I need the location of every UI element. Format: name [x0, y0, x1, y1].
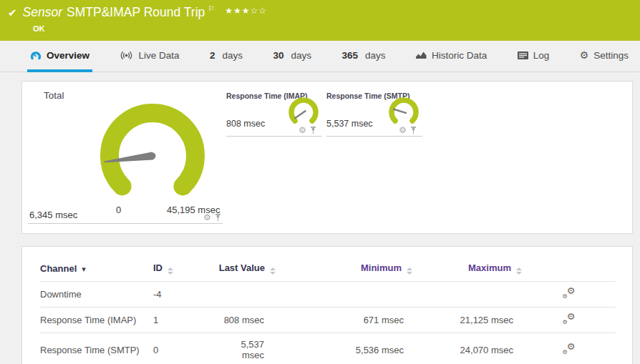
imap-block-divider	[226, 136, 322, 137]
live-data-icon	[120, 51, 133, 60]
historic-chart-icon	[416, 51, 427, 59]
tab-overview[interactable]: Overview	[27, 41, 92, 72]
pin-icon[interactable]	[410, 127, 417, 134]
cell-channel: Response Time (SMTP)	[40, 333, 153, 364]
cell-id: -4	[153, 282, 218, 308]
imap-gauge-controls: ⚙	[299, 126, 316, 134]
imap-gauge-value: 808 msec	[226, 119, 265, 129]
column-header-maximum[interactable]: Maximum	[412, 255, 522, 282]
cell-maximum	[412, 282, 522, 308]
channel-settings-icon[interactable]: ⚙⚙	[563, 287, 576, 299]
total-gauge-value: 6,345 msec	[29, 210, 77, 220]
smtp-gauge-controls: ⚙	[399, 126, 417, 134]
cell-id: 0	[153, 333, 218, 364]
sort-both-icon	[270, 267, 276, 275]
gauge-settings-gear-icon[interactable]: ⚙	[299, 126, 306, 134]
cell-maximum: 21,125 msec	[412, 308, 522, 333]
cell-minimum: 671 msec	[278, 308, 412, 333]
total-block-divider	[28, 223, 223, 224]
smtp-block-divider	[326, 136, 422, 137]
cell-id: 1	[153, 308, 218, 333]
cell-minimum	[278, 282, 412, 308]
column-header-minimum[interactable]: Minimum	[278, 255, 412, 282]
sensor-kind-label: Sensor	[23, 5, 62, 20]
sensor-title: SMTP&IMAP Round Trip	[67, 5, 205, 20]
channel-table-panel: Channel▾ ID Last Value Minimum Maximum	[21, 246, 633, 364]
tab-30-days[interactable]: 30 days	[270, 41, 314, 72]
pin-icon[interactable]	[310, 127, 316, 134]
cell-maximum: 24,070 msec	[412, 333, 522, 364]
channel-settings-icon[interactable]: ⚙⚙	[563, 313, 576, 325]
tab-historic-data[interactable]: Historic Data	[413, 41, 490, 72]
tab-live-data[interactable]: Live Data	[117, 41, 182, 72]
total-gauge-title: Total	[44, 90, 64, 101]
cell-minimum: 5,536 msec	[278, 333, 412, 364]
tab-bar: Overview Live Data 2 days 30 days 365 da…	[0, 41, 640, 72]
gauge-icon	[30, 50, 42, 60]
status-badge: OK	[33, 24, 45, 33]
column-header-channel[interactable]: Channel▾	[40, 255, 153, 282]
column-header-id[interactable]: ID	[153, 255, 218, 282]
channel-settings-icon[interactable]: ⚙⚙	[563, 343, 576, 355]
table-row-downtime: Downtime -4 ⚙⚙	[40, 282, 616, 308]
cell-last-value: 808 msec	[218, 308, 278, 333]
ok-check-icon: ✔	[8, 6, 17, 19]
settings-gear-icon: ⚙	[580, 50, 589, 60]
flag-icon[interactable]: ⚐	[208, 4, 215, 14]
column-header-last-value[interactable]: Last Value	[218, 255, 278, 282]
sensor-header: ✔ Sensor SMTP&IMAP Round Trip ⚐ ★★★☆☆ OK	[0, 0, 640, 41]
tab-log[interactable]: Log	[515, 41, 553, 72]
sort-desc-icon: ▾	[82, 265, 86, 273]
tab-365-days[interactable]: 365 days	[339, 41, 388, 72]
gauges-panel: Total 0 45,195 msec 6,345 msec ⚙ Respons…	[21, 81, 633, 234]
log-icon	[518, 51, 528, 59]
smtp-gauge-value: 5,537 msec	[326, 119, 373, 129]
table-row-response-time-imap: Response Time (IMAP) 1 808 msec 671 msec…	[40, 308, 616, 333]
cell-channel: Response Time (IMAP)	[40, 308, 153, 333]
table-row-response-time-smtp: Response Time (SMTP) 0 5,537 msec 5,536 …	[40, 333, 616, 364]
total-gauge	[95, 102, 210, 210]
gauge-settings-gear-icon[interactable]: ⚙	[399, 126, 407, 134]
sort-both-icon	[516, 267, 522, 275]
sort-both-icon	[407, 267, 412, 275]
total-gauge-scale-min: 0	[116, 205, 121, 215]
priority-stars[interactable]: ★★★☆☆	[225, 6, 267, 16]
tab-2-days[interactable]: 2 days	[207, 41, 246, 72]
sort-both-icon	[168, 267, 173, 275]
total-gauge-controls: ⚙	[203, 213, 221, 222]
cell-channel: Downtime	[40, 282, 153, 308]
tab-settings[interactable]: ⚙ Settings	[577, 41, 631, 72]
pin-icon[interactable]	[215, 214, 221, 222]
channel-table: Channel▾ ID Last Value Minimum Maximum	[40, 255, 616, 364]
gauge-settings-gear-icon[interactable]: ⚙	[203, 213, 211, 222]
column-header-actions	[522, 255, 616, 282]
cell-last-value: 5,537 msec	[218, 333, 278, 364]
cell-last-value	[218, 282, 278, 308]
